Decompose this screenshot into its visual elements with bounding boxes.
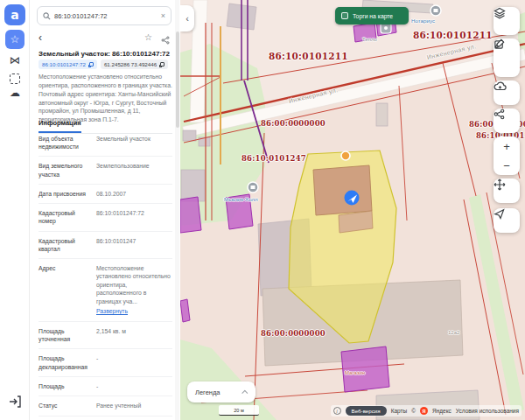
panel-action-row: ‹ ☆ <box>37 31 172 46</box>
cloud-icon[interactable]: ☁ <box>0 87 30 99</box>
checkbox-icon[interactable] <box>341 12 348 19</box>
pan-icon[interactable] <box>494 181 520 200</box>
clear-search-icon[interactable]: × <box>161 12 165 20</box>
poi-label[interactable]: Мьюзик-Холл <box>224 196 258 202</box>
draw-edit-toolbar <box>494 38 520 77</box>
scale-bar: 20 м <box>219 405 259 416</box>
parcel-info-panel: × ‹ ☆ Земельный участок: 86:10:0101247:7… <box>30 0 180 420</box>
cadastral-label[interactable]: 86:10:0101211 <box>269 51 348 61</box>
parcel-title: Земельный участок: 86:10:0101247:72 <box>38 50 173 58</box>
table-row: Площадь декларированная- <box>38 349 172 376</box>
poi-label: Тепло <box>362 37 377 42</box>
poi-glyph <box>434 9 438 12</box>
table-row-address: АдресМестоположение установлено относите… <box>38 259 172 322</box>
zoom-out-button[interactable]: − <box>494 156 520 175</box>
map-attribution: i Веб-версия Карты © Я Яндекс Условия ис… <box>331 405 522 416</box>
cadastral-number-chip[interactable]: 86:10:0101247:72 <box>38 60 97 69</box>
star-icon: ☆ <box>10 33 20 46</box>
poi-label[interactable]: Нотариус <box>411 18 435 24</box>
favorite-toggle-icon[interactable]: ☆ <box>144 32 152 42</box>
exit-icon[interactable] <box>8 395 22 409</box>
app-logo-icon[interactable]: a <box>4 4 25 25</box>
table-row: Площадь уточненная2,154 кв. м <box>38 322 172 349</box>
coordinates-chip[interactable]: 61.245286 73.492446 <box>101 60 168 69</box>
copy-icon[interactable] <box>160 62 164 66</box>
parcel-chips: 86:10:0101247:72 61.245286 73.492446 <box>38 60 168 69</box>
cadastral-label[interactable]: 86:00:0000000 <box>261 329 326 338</box>
web-version-badge[interactable]: Веб-версия <box>346 406 387 416</box>
info-table: Вид объекта недвижимостиЗемельный участо… <box>38 130 172 420</box>
yandex-label[interactable]: Яндекс <box>432 408 452 414</box>
locate-icon[interactable] <box>494 211 520 230</box>
back-button[interactable]: ‹ <box>38 32 42 44</box>
chevron-up-icon <box>242 389 248 396</box>
copy-icon[interactable] <box>89 62 94 66</box>
map-canvas[interactable] <box>180 0 525 420</box>
copyright-symbol: © <box>411 408 416 414</box>
map-viewport[interactable]: 86:10:0101211 86:10:0101211 86:00:000000… <box>180 0 525 420</box>
layers-button[interactable] <box>494 7 520 35</box>
table-row: Кадастровый квартал86:10:0101247 <box>38 232 172 259</box>
table-row: Дата присвоения08.10.2007 <box>38 185 172 205</box>
poi-glyph <box>251 186 256 189</box>
house-number-label: 12а2 <box>448 330 459 335</box>
maps-label: Карты <box>391 408 408 414</box>
table-row: Вид объекта недвижимостиЗемельный участо… <box>38 130 172 157</box>
favorites-button[interactable]: ☆ <box>5 30 24 49</box>
cadastral-label[interactable]: 86:10:0101211 <box>413 30 493 40</box>
icon-rail: a ☆ ⋈ ☁ <box>0 0 30 420</box>
collapse-panel-button[interactable]: ‹ <box>180 5 194 32</box>
expand-address-link[interactable]: Развернуть <box>96 307 128 316</box>
share-icon[interactable] <box>161 32 170 48</box>
zoom-controls: + − <box>494 136 520 175</box>
yandex-logo-icon[interactable]: Я <box>420 407 428 415</box>
cloud-upload-icon[interactable] <box>494 83 520 102</box>
search-icon <box>43 12 51 20</box>
search-input[interactable] <box>54 12 158 20</box>
nspd-app-window: a ☆ ⋈ ☁ × ‹ ☆ Земельный участок: 86:10:0… <box>0 0 525 420</box>
map-objects-icon[interactable]: ⋈ <box>0 54 30 66</box>
pan-button[interactable] <box>494 178 520 203</box>
zoom-in-button[interactable]: + <box>494 136 520 156</box>
info-icon[interactable]: i <box>333 407 341 415</box>
select-area-icon[interactable] <box>10 74 20 84</box>
table-row: Вид земельного участкаЗемлепользование <box>38 157 172 184</box>
share-icon[interactable] <box>494 111 520 130</box>
orange-poi-marker[interactable] <box>341 151 350 160</box>
torgi-na-karte-button[interactable]: Торги на карте <box>335 7 409 24</box>
edit-icon[interactable] <box>494 58 520 77</box>
cadastral-label[interactable]: 86:10:0101247 <box>242 154 306 163</box>
layers-icon[interactable] <box>494 11 520 31</box>
locate-me-button[interactable] <box>494 208 520 233</box>
upload-button[interactable] <box>494 80 520 105</box>
table-row: Категория земельЗемли населенных пунктов <box>38 416 172 420</box>
terms-link[interactable]: Условия использования <box>456 408 519 414</box>
legend-button[interactable]: Легенда <box>187 382 256 402</box>
panel-scrollbar-thumb[interactable] <box>176 32 179 128</box>
share-map-button[interactable] <box>494 108 520 133</box>
selected-location-marker[interactable] <box>345 191 360 206</box>
cadastral-label[interactable]: 86:00:0000000 <box>261 119 326 128</box>
table-row: Кадастровый номер86:10:0101247:72 <box>38 204 172 231</box>
table-row: СтатусРанее учтенный <box>38 396 172 416</box>
poi-label: Магазин <box>345 370 365 375</box>
table-row: Площадь- <box>38 377 172 397</box>
search-bar[interactable]: × <box>37 6 172 25</box>
